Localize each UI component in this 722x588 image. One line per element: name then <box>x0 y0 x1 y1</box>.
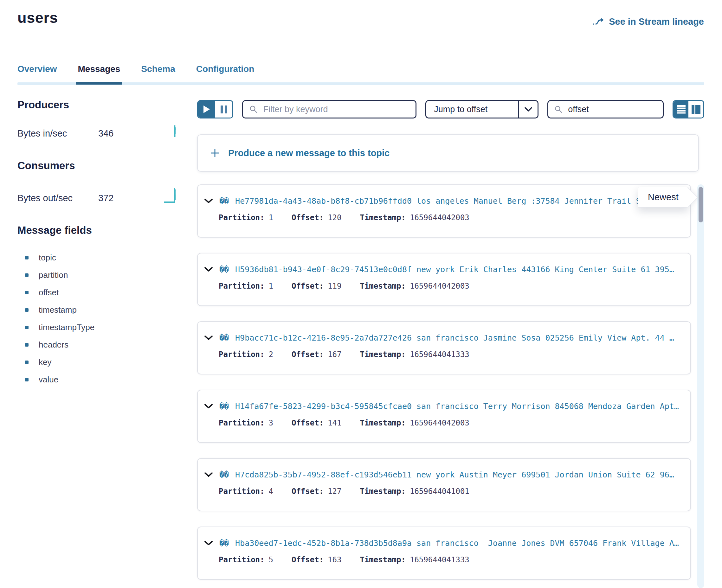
message-key-bytes: �� <box>219 402 229 411</box>
message-preview-text: H5936db81-b943-4e0f-8c29-74513e0c0d8f ne… <box>235 265 674 274</box>
message-card[interactable]: �� H7cda825b-35b7-4952-88ef-c193d546eb11… <box>197 458 691 511</box>
consumers-heading: Consumers <box>17 160 181 172</box>
field-item-offset: offset <box>17 284 181 301</box>
messages-list: �� He77981da-4a43-48ab-b8f8-cb71b96ffdd0… <box>197 184 691 580</box>
timestamp-field: Timestamp:1659644041333 <box>360 350 469 359</box>
timestamp-field: Timestamp:1659644042003 <box>360 282 469 291</box>
bytes-in-metric: Bytes in/sec 346 <box>17 124 181 139</box>
bytes-in-value: 346 <box>98 128 114 139</box>
produce-message-button[interactable]: Produce a new message to this topic <box>197 134 699 172</box>
expand-chevron-icon[interactable] <box>204 541 213 546</box>
bullet-icon <box>25 291 28 294</box>
field-item-timestamp: timestamp <box>17 301 181 319</box>
topic-messages-page: users See in Stream lineage Overview Mes… <box>0 0 722 588</box>
column-view-button[interactable] <box>688 101 703 118</box>
bytes-out-sparkline <box>164 185 179 203</box>
offset-search-box <box>548 100 664 119</box>
pause-button[interactable] <box>215 101 232 118</box>
message-key-bytes: �� <box>219 196 229 206</box>
message-fields-heading: Message fields <box>17 224 181 236</box>
offset-search-input[interactable] <box>567 104 656 115</box>
play-pause-toggle <box>197 100 233 119</box>
play-button[interactable] <box>198 101 215 118</box>
tab-configuration[interactable]: Configuration <box>196 64 254 74</box>
offset-field: Offset:119 <box>292 282 342 291</box>
offset-field: Offset:167 <box>292 350 342 359</box>
expand-chevron-icon[interactable] <box>204 267 213 272</box>
messages-toolbar: Jump to offset <box>197 100 704 119</box>
message-key-bytes: �� <box>219 470 229 479</box>
message-fields-list: topic partition offset timestamp timesta… <box>17 249 181 388</box>
producers-heading: Producers <box>17 99 181 111</box>
bullet-icon <box>25 308 28 312</box>
message-key-bytes: �� <box>219 539 229 548</box>
bytes-out-metric: Bytes out/sec 372 <box>17 185 181 203</box>
search-icon <box>249 105 257 114</box>
search-icon <box>555 105 562 114</box>
messages-viewport: �� He77981da-4a43-48ab-b8f8-cb71b96ffdd0… <box>197 184 704 588</box>
timestamp-field: Timestamp:1659644042003 <box>360 419 469 427</box>
expand-chevron-icon[interactable] <box>204 472 213 478</box>
tab-bar: Overview Messages Schema Configuration <box>17 64 704 85</box>
partition-field: Partition:4 <box>219 487 273 496</box>
filter-keyword-box <box>242 100 416 119</box>
tab-schema[interactable]: Schema <box>141 64 175 74</box>
message-card[interactable]: �� H9bacc71c-b12c-4216-8e95-2a7da727e426… <box>197 321 691 375</box>
message-card[interactable]: �� H5936db81-b943-4e0f-8c29-74513e0c0d8f… <box>197 253 691 306</box>
bullet-icon <box>25 360 28 364</box>
expand-chevron-icon[interactable] <box>204 335 213 340</box>
newest-tooltip: Newest <box>638 187 688 208</box>
message-preview-text: H9bacc71c-b12c-4216-8e95-2a7da727e426 sa… <box>235 333 674 342</box>
message-card[interactable]: �� He77981da-4a43-48ab-b8f8-cb71b96ffdd0… <box>197 184 691 238</box>
plus-icon <box>210 148 220 158</box>
page-title: users <box>17 9 58 26</box>
partition-field: Partition:2 <box>219 350 273 359</box>
field-item-headers: headers <box>17 336 181 354</box>
partition-field: Partition:1 <box>219 213 273 222</box>
message-card[interactable]: �� Hba30eed7-1edc-452b-8b1a-738d3b5d8a9a… <box>197 527 691 580</box>
play-icon <box>203 105 210 113</box>
messages-panel: Jump to offset <box>197 100 704 588</box>
jump-to-offset-select[interactable]: Jump to offset <box>425 100 538 119</box>
bullet-icon <box>25 343 28 346</box>
stream-lineage-icon <box>592 17 604 27</box>
see-in-stream-lineage-link[interactable]: See in Stream lineage <box>592 17 704 27</box>
list-view-button[interactable] <box>674 101 688 118</box>
message-key-bytes: �� <box>219 265 229 274</box>
tab-messages[interactable]: Messages <box>78 64 120 74</box>
jump-to-offset-value: Jump to offset <box>426 101 518 118</box>
partition-field: Partition:5 <box>219 555 273 564</box>
timestamp-field: Timestamp:1659644041001 <box>360 487 469 496</box>
field-item-value: value <box>17 371 181 388</box>
expand-chevron-icon[interactable] <box>204 404 213 409</box>
list-view-icon <box>676 105 686 114</box>
message-preview-text: H7cda825b-35b7-4952-88ef-c193d546eb11 ne… <box>235 470 674 479</box>
sidebar: Producers Bytes in/sec 346 Consumers Byt… <box>17 99 181 388</box>
message-preview-text: Hba30eed7-1edc-452b-8b1a-738d3b5d8a9a sa… <box>235 539 679 548</box>
bytes-in-label: Bytes in/sec <box>17 128 98 139</box>
bytes-out-label: Bytes out/sec <box>17 193 98 203</box>
messages-scrollbar-track[interactable] <box>697 184 704 588</box>
message-preview-text: H14fa67fe-5823-4299-b3c4-595845cfcae0 sa… <box>235 402 679 411</box>
field-item-key: key <box>17 354 181 371</box>
message-card[interactable]: �� H14fa67fe-5823-4299-b3c4-595845cfcae0… <box>197 390 691 443</box>
messages-scrollbar-thumb[interactable] <box>699 187 703 223</box>
partition-field: Partition:3 <box>219 419 273 427</box>
message-preview-text: He77981da-4a43-48ab-b8f8-cb71b96ffdd0 lo… <box>235 196 641 206</box>
column-view-icon <box>691 105 701 114</box>
filter-keyword-input[interactable] <box>263 104 409 115</box>
bullet-icon <box>25 256 28 259</box>
field-item-timestampType: timestampType <box>17 319 181 336</box>
bytes-out-value: 372 <box>98 193 114 203</box>
view-mode-toggle <box>673 100 704 119</box>
field-item-topic: topic <box>17 249 181 267</box>
bullet-icon <box>25 326 28 329</box>
chevron-down-icon <box>518 101 538 118</box>
bytes-in-sparkline <box>171 124 179 139</box>
bullet-icon <box>25 378 28 381</box>
expand-chevron-icon[interactable] <box>204 198 213 204</box>
tab-overview[interactable]: Overview <box>17 64 57 74</box>
timestamp-field: Timestamp:1659644042003 <box>360 213 469 222</box>
offset-field: Offset:141 <box>292 419 342 427</box>
timestamp-field: Timestamp:1659644041333 <box>360 555 469 564</box>
